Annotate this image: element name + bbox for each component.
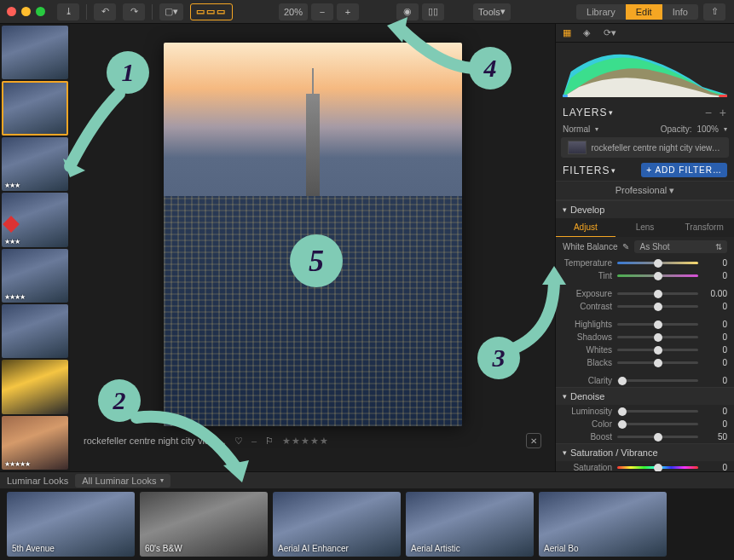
slider-track[interactable] [617,436,698,438]
look-preset[interactable]: Aerial Artistic [406,492,534,557]
image-icon[interactable]: ▦ [563,27,575,39]
slider-track[interactable] [617,361,698,364]
develop-collapser[interactable]: Develop [556,200,734,218]
zoom-dropdown[interactable]: 20% [279,3,308,20]
look-preset[interactable]: 60's B&W [140,492,268,557]
layer-item[interactable]: rockefeller centre night city view.jpg [561,137,729,158]
subtab-lens[interactable]: Lens [616,218,675,237]
slider-knob[interactable] [618,377,627,385]
slider-knob[interactable] [618,407,627,416]
layout-single-button[interactable]: ▢▾ [159,3,183,20]
zoom-out-button[interactable]: − [311,3,333,20]
layers-section-header[interactable]: LAYERS▾ −+ [556,102,734,123]
slider-knob[interactable] [654,272,662,280]
slider-highlights[interactable]: Highlights0 [556,318,734,331]
share-button[interactable]: ⇧ [703,3,725,20]
slider-track[interactable] [617,349,698,351]
slider-boost[interactable]: Boost50 [556,430,734,443]
filmstrip-thumb[interactable] [2,26,68,79]
main-image[interactable] [164,43,462,426]
filters-section-header[interactable]: FILTERS▾ + Add Filter… [556,159,734,181]
satvib-collapser[interactable]: Saturation / Vibrance [556,443,734,461]
slider-knob[interactable] [654,464,662,472]
slider-shadows[interactable]: Shadows0 [556,331,734,344]
slider-track[interactable] [617,410,698,413]
slider-clarity[interactable]: Clarity0 [556,374,734,387]
slider-whites[interactable]: Whites0 [556,344,734,356]
rating-stars[interactable]: ★★★★★ [282,436,329,447]
slider-track[interactable] [617,423,698,425]
subtab-adjust[interactable]: Adjust [556,218,616,237]
filmstrip-thumb[interactable]: ★★★★★ [2,416,68,470]
slider-track[interactable] [617,323,698,326]
filmstrip-thumb[interactable]: ★★★ [2,193,68,246]
blend-mode-dropdown[interactable]: Normal [563,124,590,134]
redo-button[interactable]: ↷ [123,3,145,20]
slider-track[interactable] [617,336,698,338]
slider-temperature[interactable]: Temperature0 [556,257,734,269]
slider-contrast[interactable]: Contrast0 [556,300,734,313]
filmstrip-thumb[interactable] [2,81,68,135]
filmstrip-thumb[interactable] [2,360,68,413]
tab-library[interactable]: Library [576,4,626,20]
slider-knob[interactable] [654,346,662,355]
look-preset[interactable]: Aerial Bo [539,492,667,557]
slider-value: 0 [703,258,727,268]
slider-knob[interactable] [654,433,662,442]
undo-button[interactable]: ↶ [94,3,116,20]
slider-knob[interactable] [654,303,662,311]
layout-filmstrip-button[interactable]: ▭▭▭ [190,3,233,20]
slider-knob[interactable] [618,420,627,429]
slider-knob[interactable] [654,359,662,367]
opacity-value[interactable]: 100% [696,124,719,134]
slider-blacks[interactable]: Blacks0 [556,356,734,369]
slider-track[interactable] [617,379,698,382]
close-icon[interactable] [7,7,16,16]
slider-label: Color [563,419,612,429]
filters-heading: FILTERS [563,165,610,176]
white-balance-label: White Balance [563,242,617,251]
reject-button[interactable]: ✕ [526,433,541,448]
slider-track[interactable] [617,305,698,308]
white-balance-dropdown[interactable]: As Shot⇅ [634,240,727,253]
slider-color[interactable]: Color0 [556,418,734,430]
slider-knob[interactable] [654,290,662,298]
filmstrip-thumb[interactable] [2,304,68,358]
filmstrip-thumb[interactable]: ★★★ [2,137,68,191]
slider-knob[interactable] [654,333,662,342]
filmstrip-thumb[interactable]: ★★★★ [2,249,68,303]
maximize-icon[interactable] [36,7,45,16]
denoise-collapser[interactable]: Denoise [556,387,734,405]
slider-knob[interactable] [654,320,662,329]
slider-track[interactable] [617,274,698,277]
tab-edit[interactable]: Edit [626,4,662,20]
workspace-dropdown[interactable]: Professional ▾ [556,181,734,200]
look-preset[interactable]: Aerial AI Enhancer [273,492,401,557]
slider-value: 0 [703,376,727,385]
slider-value: 0 [703,320,727,329]
tab-info[interactable]: Info [662,4,698,20]
slider-exposure[interactable]: Exposure0.00 [556,287,734,300]
slider-saturation[interactable]: Saturation0 [556,461,734,471]
add-layer-button[interactable]: + [720,106,727,119]
annotation-arrow-icon [494,264,580,367]
slider-track[interactable] [617,292,698,295]
slider-tint[interactable]: Tint0 [556,269,734,282]
export-button[interactable]: ⤓ [57,3,79,20]
minimize-icon[interactable] [21,7,31,16]
slider-track[interactable] [617,466,698,469]
tools-label: Tools [478,7,500,17]
add-filter-button[interactable]: + Add Filter… [641,163,727,177]
slider-luminosity[interactable]: Luminosity0 [556,405,734,418]
look-preset[interactable]: 5th Avenue [7,492,135,557]
history-icon[interactable]: ⟳▾ [604,27,616,39]
zoom-in-button[interactable]: + [337,3,359,20]
eyedropper-icon[interactable]: ✎ [622,242,629,251]
slider-track[interactable] [617,262,698,264]
remove-layer-button[interactable]: − [705,106,713,119]
color-tag-icon[interactable]: ⚐ [265,436,274,447]
subtab-transform[interactable]: Transform [674,218,734,237]
looks-bar: Luminar Looks All Luminar Looks▾ [0,471,734,488]
slider-knob[interactable] [654,259,662,268]
layers-icon[interactable]: ◈ [583,27,595,39]
